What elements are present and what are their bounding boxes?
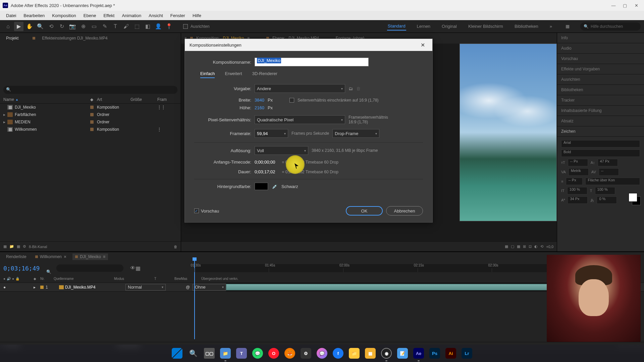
- delete-preset-icon[interactable]: 🗑: [356, 86, 361, 91]
- menu-edit[interactable]: Bearbeiten: [20, 12, 48, 19]
- whatsapp-icon[interactable]: 💬: [251, 347, 264, 360]
- opera-icon[interactable]: O: [267, 347, 280, 360]
- illustrator-icon[interactable]: Ai: [444, 347, 458, 360]
- fill-over-stroke-select[interactable]: Fläche über Kon: [585, 178, 640, 185]
- pen-tool-icon[interactable]: ✎: [100, 22, 109, 31]
- anchor-tool-icon[interactable]: ⊕: [78, 22, 88, 31]
- menu-composition[interactable]: Komposition: [49, 12, 79, 19]
- close-icon[interactable]: ×: [64, 254, 66, 259]
- files-icon[interactable]: 📁: [347, 347, 361, 360]
- foreground-color-swatch[interactable]: [629, 193, 637, 202]
- panel-content-aware[interactable]: Inhaltsbasierte Füllung: [557, 106, 644, 116]
- photoshop-icon[interactable]: Ps: [428, 347, 441, 360]
- workspace-small[interactable]: Kleiner Bildschirm: [468, 22, 504, 30]
- project-row-folder[interactable]: ▸ Farbflächen Ordner: [0, 111, 181, 118]
- toggle-alpha-icon[interactable]: ▦: [505, 244, 508, 249]
- drop-frame-select[interactable]: Drop-Frame▾: [332, 129, 379, 138]
- guides-icon[interactable]: ⊡: [529, 244, 532, 249]
- panel-libraries[interactable]: Bibliotheken: [557, 85, 644, 95]
- menu-effect[interactable]: Effekt: [100, 12, 118, 19]
- tab-renderlist[interactable]: Renderliste: [3, 253, 29, 260]
- timeline-search[interactable]: [56, 264, 123, 272]
- project-row-comp[interactable]: ▦ Willkommen Komposition ⋮: [0, 126, 181, 133]
- help-search[interactable]: 🔍 Hilfe durchsuchen: [580, 22, 641, 31]
- panel-audio[interactable]: Audio: [557, 43, 644, 54]
- selection-tool-icon[interactable]: ▶: [14, 22, 23, 31]
- search-button[interactable]: 🔍: [186, 347, 200, 360]
- hand-tool-icon[interactable]: ✋: [25, 22, 34, 31]
- workspace-learn[interactable]: Lernen: [416, 22, 431, 30]
- cancel-button[interactable]: Abbrechen: [386, 206, 423, 216]
- menu-view[interactable]: Ansicht: [145, 12, 166, 19]
- trash-icon[interactable]: 🗑: [174, 245, 177, 249]
- lock-column-icon[interactable]: 🔒: [15, 277, 19, 281]
- rect-tool-icon[interactable]: ▭: [89, 22, 99, 31]
- tsume-input[interactable]: 0 %: [597, 196, 617, 204]
- dialog-close-button[interactable]: ✕: [418, 42, 428, 48]
- stroke-width-input[interactable]: -- Px: [566, 178, 583, 185]
- obs-icon[interactable]: ◉: [380, 347, 393, 360]
- preset-select[interactable]: Andere▾: [255, 84, 345, 93]
- lock-aspect-checkbox[interactable]: [289, 98, 294, 103]
- eraser-tool-icon[interactable]: ◧: [143, 22, 152, 31]
- width-value[interactable]: 3840: [255, 98, 264, 103]
- firefox-icon[interactable]: 🦊: [283, 347, 297, 360]
- workspace-menu-icon[interactable]: ▦: [563, 22, 572, 31]
- pixel-aspect-select[interactable]: Quadratische Pixel▾: [255, 115, 345, 124]
- workspace-more-icon[interactable]: »: [549, 22, 553, 30]
- panel-tracker[interactable]: Tracker: [557, 95, 644, 106]
- eye-column-icon[interactable]: ●: [3, 277, 5, 281]
- col-size-label[interactable]: Größe: [130, 97, 157, 102]
- col-type-label[interactable]: Art: [97, 97, 130, 102]
- audio-column-icon[interactable]: 🔊: [7, 277, 11, 281]
- leading-input[interactable]: 47 Px: [598, 159, 618, 166]
- tab-3d-renderer[interactable]: 3D-Renderer: [252, 71, 277, 78]
- ok-button[interactable]: OK: [346, 206, 383, 216]
- home-icon[interactable]: ⌂: [3, 22, 13, 31]
- exposure-value[interactable]: +0,0: [546, 245, 553, 249]
- font-size-input[interactable]: -- Px: [568, 159, 588, 166]
- framerate-select[interactable]: 59,94▾: [255, 129, 288, 138]
- brush-tool-icon[interactable]: 🖌: [121, 22, 131, 31]
- new-folder-icon[interactable]: 📁: [9, 244, 14, 249]
- new-comp-icon[interactable]: ▦: [17, 244, 20, 249]
- after-effects-icon[interactable]: Ae: [412, 347, 425, 360]
- hscale-input[interactable]: 100 %: [595, 187, 615, 194]
- col-name-label[interactable]: Name: [3, 97, 14, 102]
- grid-icon[interactable]: ⊞: [523, 244, 526, 249]
- eyedropper-icon[interactable]: 💉: [271, 183, 278, 190]
- menu-file[interactable]: Datei: [3, 12, 19, 19]
- task-view-button[interactable]: ▢▢: [203, 347, 216, 360]
- baseline-input[interactable]: 34 Px: [568, 196, 588, 204]
- orbit-tool-icon[interactable]: ⟲: [46, 22, 56, 31]
- region-icon[interactable]: ▦: [517, 244, 520, 249]
- snap-checkbox[interactable]: [183, 24, 188, 29]
- font-family-select[interactable]: Arial: [561, 140, 640, 147]
- project-search-input[interactable]: [3, 86, 177, 94]
- current-timecode[interactable]: 0;03;16;49: [3, 265, 40, 272]
- reset-exposure-icon[interactable]: ⟲: [540, 244, 543, 249]
- panel-info[interactable]: Info: [557, 33, 644, 43]
- color-swatches[interactable]: [629, 193, 637, 202]
- app2-icon[interactable]: ▦: [364, 347, 377, 360]
- tab-composition[interactable]: DJI_Mexiko≡: [72, 253, 108, 260]
- project-row-folder[interactable]: ▸ MEDIEN Ordner: [0, 118, 181, 126]
- panel-effects[interactable]: Effekte und Vorgaben: [557, 64, 644, 74]
- tab-welcome[interactable]: Willkommen×: [33, 253, 69, 260]
- notepad-icon[interactable]: 📝: [396, 347, 409, 360]
- facebook-icon[interactable]: f: [331, 347, 345, 360]
- vscale-input[interactable]: 100 %: [567, 187, 587, 194]
- explorer-icon[interactable]: 📁: [219, 347, 232, 360]
- tracking-input[interactable]: --: [599, 168, 619, 176]
- menu-animation[interactable]: Animation: [118, 12, 145, 19]
- visibility-toggle[interactable]: ●: [3, 285, 6, 290]
- project-tab[interactable]: Projekt: [3, 35, 21, 42]
- messenger-icon[interactable]: 💬: [315, 347, 329, 360]
- panel-character[interactable]: Zeichen: [557, 126, 644, 137]
- panel-preview[interactable]: Vorschau: [557, 54, 644, 64]
- kerning-select[interactable]: Metrik: [569, 168, 589, 176]
- menu-help[interactable]: Hilfe: [189, 12, 205, 19]
- col-framerate-label[interactable]: Fram: [157, 97, 177, 102]
- tab-basic[interactable]: Einfach: [200, 71, 215, 78]
- font-weight-select[interactable]: Bold: [561, 149, 640, 157]
